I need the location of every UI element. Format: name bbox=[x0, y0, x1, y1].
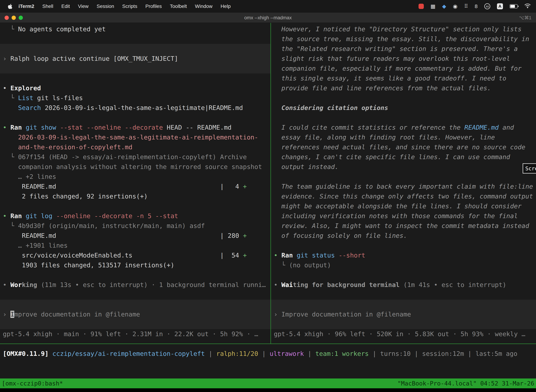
menu-item-edit[interactable]: Edit bbox=[61, 4, 70, 9]
menu-item-help[interactable]: Help bbox=[220, 4, 231, 9]
terminal-line: Search 2026-03-09-is-legal-the-same-as-l… bbox=[3, 103, 270, 113]
blue-app-icon[interactable]: ◆ bbox=[442, 4, 446, 9]
screen: iTerm2ShellEditViewSessionScriptsProfile… bbox=[0, 0, 536, 392]
text-segment: README.md | 280 bbox=[3, 232, 243, 239]
terminal-line: including verification notes with those … bbox=[274, 211, 536, 221]
blank-line bbox=[3, 113, 270, 123]
text-segment: the "Related research writing" section i… bbox=[274, 45, 518, 52]
menu-item-view[interactable]: View bbox=[78, 4, 88, 9]
terminal-line: └ 4b9d30f (origin/main, instructkr/main,… bbox=[3, 221, 270, 231]
text-segment: README.md | 4 bbox=[3, 183, 243, 190]
text-segment: Wor bbox=[10, 281, 22, 288]
menu-item-profiles[interactable]: Profiles bbox=[145, 4, 162, 9]
prompt-input-box[interactable]: › Improve documentation in @filename bbox=[271, 300, 536, 329]
screen-recording-indicator-icon[interactable] bbox=[419, 4, 424, 9]
text-segment: changes, I can't cite specific file line… bbox=[274, 153, 510, 160]
terminal-line: 1903 files changed, 513517 insertions(+) bbox=[3, 260, 270, 270]
text-segment: README.md bbox=[464, 124, 499, 131]
terminal-line: companion file, especially if more comme… bbox=[274, 64, 536, 73]
apple-menu-icon[interactable] bbox=[8, 4, 13, 9]
terminal-line: └ (no output) bbox=[274, 260, 536, 270]
text-segment: mprove documentation in @filename bbox=[14, 311, 140, 318]
omx-status-line: [OMX#0.11.9] cczip/essay/ai-reimplementa… bbox=[3, 349, 536, 359]
terminal-line: └ List git ls-files bbox=[3, 93, 270, 103]
ralph-loop-banner[interactable]: › Ralph loop active continue [OMX_TMUX_I… bbox=[0, 44, 270, 73]
text-segment: review. Also, I might want to inspect th… bbox=[274, 222, 529, 229]
text-segment: Ran bbox=[281, 252, 293, 259]
terminal-line: Considering citation options bbox=[274, 103, 536, 113]
blank-line bbox=[3, 201, 270, 211]
battery-percentage-circle-icon[interactable]: .61 bbox=[484, 3, 490, 9]
macos-menu-bar: iTerm2ShellEditViewSessionScriptsProfile… bbox=[0, 0, 536, 13]
text-segment bbox=[22, 212, 26, 219]
text-segment: gpt-5.4 xhigh · 96% left · 520K in · 5.8… bbox=[274, 330, 525, 338]
window-title: omx --xhigh --madmax bbox=[0, 13, 536, 23]
menu-item-scripts[interactable]: Scripts bbox=[122, 4, 137, 9]
text-segment bbox=[22, 124, 26, 131]
text-segment: … +1901 lines bbox=[3, 242, 67, 249]
terminal-line: … +1901 lines bbox=[3, 241, 270, 250]
text-segment: --stat --oneline --decorate bbox=[56, 124, 163, 131]
terminal-pane-right[interactable]: However, I noticed the "Directory Struct… bbox=[271, 23, 536, 344]
window-tiling-icon[interactable]: ▦ bbox=[431, 4, 436, 9]
blank-line bbox=[3, 270, 270, 280]
terminal-line: • Working (11m 13s • esc to interrupt) ·… bbox=[3, 280, 270, 290]
text-segment: Ran bbox=[10, 212, 22, 219]
blank-line bbox=[274, 241, 536, 250]
text-segment: • bbox=[274, 281, 281, 288]
blank-line bbox=[274, 93, 536, 103]
window-title-bar[interactable]: omx --xhigh --madmax ⌥⌘1 bbox=[0, 13, 536, 23]
terminal-pane-left[interactable]: └ No agents completed yet› Ralph loop ac… bbox=[0, 23, 270, 344]
text-segment: • bbox=[3, 281, 10, 288]
text-segment: I could cite commit statistics or refere… bbox=[274, 124, 464, 131]
terminal-line: • Ran git log --oneline --decorate -n 5 … bbox=[3, 211, 270, 221]
input-source-icon[interactable]: A bbox=[497, 3, 503, 9]
terminal-line: references need actual files, and since … bbox=[274, 142, 536, 152]
terminal-line: … +2 lines bbox=[3, 172, 270, 182]
text-segment: └ 067f154 (HEAD -> essay/ai-reimplementa… bbox=[3, 153, 247, 160]
text-segment: | bbox=[258, 350, 270, 357]
window-shortcut-badge: ⌥⌘1 bbox=[519, 13, 531, 23]
terminal-line: companion analysis without altering the … bbox=[3, 162, 270, 172]
terminal-line: review. Also, I might want to inspect th… bbox=[274, 221, 536, 231]
text-segment: + bbox=[243, 252, 247, 259]
text-segment: Considering citation options bbox=[274, 104, 388, 111]
terminal-line: README.md | 4 + bbox=[3, 182, 270, 191]
menu-item-toolbelt[interactable]: Toolbelt bbox=[170, 4, 187, 9]
terminal-line: src/voice/voiceModeEnabled.ts | 54 + bbox=[3, 250, 270, 260]
menu-item-session[interactable]: Session bbox=[96, 4, 114, 9]
menu-item-window[interactable]: Window bbox=[195, 4, 213, 9]
text-segment: last:5m ago bbox=[475, 350, 517, 357]
dots-grid-icon[interactable]: ⠿ bbox=[464, 4, 468, 9]
text-segment: Ran bbox=[10, 124, 22, 131]
text-segment: Ralph loop active continue [OMX_TMUX_INJ… bbox=[10, 55, 178, 62]
app-icon-8[interactable]: 8 bbox=[475, 4, 478, 9]
text-segment: cczip/essay/ai-reimplementation-copyleft bbox=[53, 350, 205, 357]
text-segment: 2 files changed, 92 insertions(+) bbox=[3, 193, 148, 200]
terminal-line: the "Related research writing" section i… bbox=[274, 44, 536, 54]
blank-line bbox=[3, 34, 270, 44]
prompt-text: › Ralph loop active continue [OMX_TMUX_I… bbox=[3, 54, 178, 64]
terminal-line: 2 files changed, 92 insertions(+) bbox=[3, 191, 270, 201]
text-segment: › bbox=[3, 55, 10, 62]
terminal-line: gpt-5.4 xhigh · 96% left · 520K in · 5.8… bbox=[274, 329, 536, 339]
prompt-text: › Improve documentation in @filename bbox=[3, 309, 140, 319]
text-segment: git log bbox=[26, 212, 53, 219]
text-segment: • bbox=[3, 212, 10, 219]
battery-icon[interactable] bbox=[510, 4, 518, 9]
circle-app-icon[interactable]: ◉ bbox=[453, 4, 457, 9]
text-segment: and-the-erosion-of-copyleft.md bbox=[3, 144, 132, 151]
terminal-line: The team guideline is to back every impo… bbox=[274, 182, 536, 191]
terminal-line: provide file and line references from th… bbox=[274, 83, 536, 93]
text-segment: • bbox=[3, 124, 10, 131]
menu-item-iterm2[interactable]: iTerm2 bbox=[19, 4, 34, 9]
text-segment: turns:10 bbox=[380, 350, 411, 357]
text-segment: … +2 lines bbox=[3, 173, 56, 180]
wifi-icon[interactable] bbox=[524, 3, 531, 9]
menu-item-shell[interactable]: Shell bbox=[42, 4, 53, 9]
prompt-input-box[interactable]: › Improve documentation in @filename bbox=[0, 300, 270, 329]
tmux-host-clock-label: "MacBook-Pro-44.local" 04:52 31-Mar-26 bbox=[397, 378, 534, 388]
terminal-line: gpt-5.4 xhigh · main · 91% left · 2.31M … bbox=[3, 329, 270, 339]
text-segment: --oneline --decorate -n 5 --stat bbox=[53, 212, 178, 219]
text-segment: (1m 41s • esc to interrupt) bbox=[400, 281, 506, 288]
